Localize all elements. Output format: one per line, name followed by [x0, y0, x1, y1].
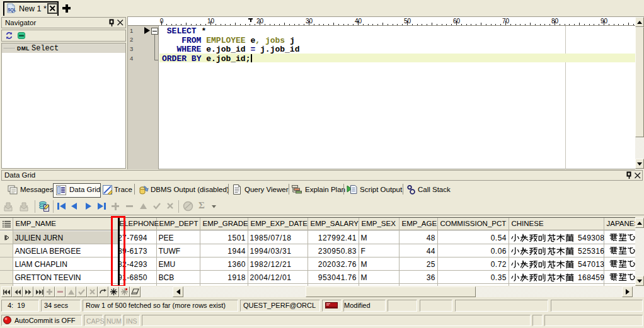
- svg-text:SQL: SQL: [8, 8, 16, 13]
